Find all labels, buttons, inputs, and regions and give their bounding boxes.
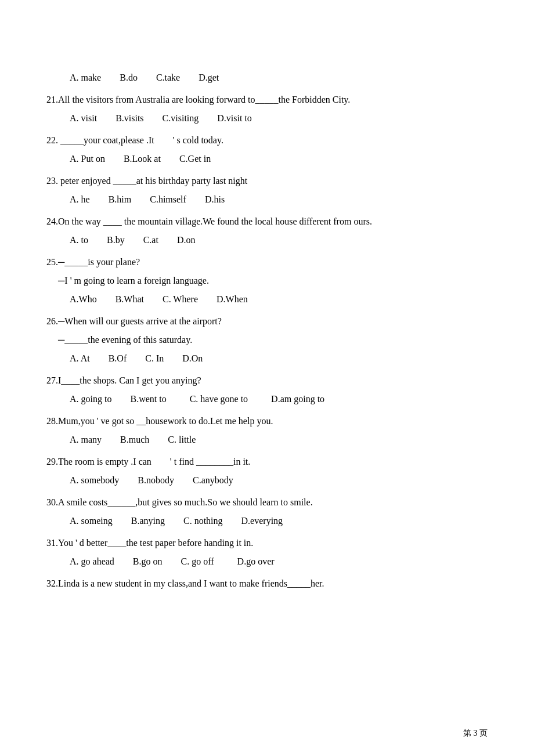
question-26: 26.─When will our guests arrive at the a… bbox=[46, 313, 488, 367]
q30-opt-c: C. nothing bbox=[183, 516, 223, 526]
question-30: 30.A smile costs______,but gives so much… bbox=[46, 494, 488, 529]
q21-options: A. visit B.visits C.visiting D.visit to bbox=[70, 110, 488, 126]
q31-opt-c: C. go off bbox=[181, 556, 214, 566]
q27-opt-a: A. going to bbox=[70, 394, 111, 404]
q24-options: A. to B.by C.at D.on bbox=[70, 232, 488, 248]
q25-opt-d: D.When bbox=[217, 294, 248, 304]
q22-opt-c: C.Get in bbox=[179, 154, 211, 164]
q30-opt-a: A. someing bbox=[70, 516, 113, 526]
q24-opt-a: A. to bbox=[70, 235, 88, 245]
question-25: 25.─_____is your plane? ─I ' m going to … bbox=[46, 254, 488, 308]
q31-opt-b: B.go on bbox=[133, 556, 163, 566]
q25-opt-c: C. Where bbox=[163, 294, 198, 304]
question-27: 27.I____the shops. Can I get you anying?… bbox=[46, 372, 488, 407]
q25-options: A.Who B.What C. Where D.When bbox=[70, 291, 488, 308]
q22-options: A. Put on B.Look at C.Get in bbox=[70, 151, 488, 167]
q25-continuation: ─I ' m going to learn a foreign language… bbox=[58, 273, 488, 289]
q26-opt-b: B.Of bbox=[109, 353, 127, 363]
intro-options-block: A. make B.do C.take D.get bbox=[46, 70, 488, 86]
question-21: 21.All the visitors from Australia are l… bbox=[46, 92, 488, 126]
q30-text: 30.A smile costs______,but gives so much… bbox=[46, 494, 488, 511]
q26-continuation: ─_____the evening of this saturday. bbox=[58, 332, 488, 348]
q29-opt-c: C.anybody bbox=[193, 475, 233, 485]
q29-opt-a: A. somebody bbox=[70, 475, 119, 485]
q28-opt-b: B.much bbox=[120, 435, 149, 444]
q24-text: 24.On the way ____ the mountain village.… bbox=[46, 214, 488, 230]
q23-opt-c: C.himself bbox=[150, 194, 186, 204]
q25-opt-a: A.Who bbox=[70, 294, 97, 304]
q31-options: A. go ahead B.go on C. go off D.go over bbox=[70, 554, 488, 570]
q23-opt-b: B.him bbox=[109, 194, 132, 204]
q21-opt-b: B.visits bbox=[116, 113, 143, 123]
question-22: 22. _____your coat,please .It ' s cold t… bbox=[46, 132, 488, 167]
q22-opt-b: B.Look at bbox=[124, 154, 161, 164]
q21-opt-a: A. visit bbox=[70, 113, 97, 123]
q21-opt-c: C.visiting bbox=[163, 113, 199, 123]
q30-opt-d: D.everying bbox=[241, 516, 283, 526]
q25-text: 25.─_____is your plane? bbox=[46, 254, 488, 270]
q31-text: 31.You ' d better____the test paper befo… bbox=[46, 535, 488, 551]
q30-options: A. someing B.anying C. nothing D.everyin… bbox=[70, 513, 488, 529]
q25-opt-b: B.What bbox=[116, 294, 144, 304]
q22-opt-a: A. Put on bbox=[70, 154, 105, 164]
question-28: 28.Mum,you ' ve got so __housework to do… bbox=[46, 413, 488, 448]
page-container: A. make B.do C.take D.get 21.All the vis… bbox=[0, 0, 534, 632]
q23-opt-d: D.his bbox=[205, 194, 225, 204]
q29-options: A. somebody B.nobody C.anybody bbox=[70, 472, 488, 489]
q24-opt-b: B.by bbox=[107, 235, 125, 245]
intro-opt-c: C.take bbox=[156, 73, 180, 82]
question-29: 29.The room is empty .I can ' t find ___… bbox=[46, 454, 488, 489]
q26-text: 26.─When will our guests arrive at the a… bbox=[46, 313, 488, 330]
q26-opt-d: D.On bbox=[182, 353, 203, 363]
q28-text: 28.Mum,you ' ve got so __housework to do… bbox=[46, 413, 488, 429]
q28-opt-a: A. many bbox=[70, 435, 102, 444]
q21-text: 21.All the visitors from Australia are l… bbox=[46, 92, 488, 108]
q26-options: A. At B.Of C. In D.On bbox=[70, 350, 488, 367]
intro-options-line: A. make B.do C.take D.get bbox=[70, 70, 488, 86]
q23-opt-a: A. he bbox=[70, 194, 90, 204]
q26-opt-c: C. In bbox=[145, 353, 164, 363]
q31-opt-d: D.go over bbox=[237, 556, 275, 566]
q27-options: A. going to B.went to C. have gone to D.… bbox=[70, 391, 488, 407]
intro-opt-b: B.do bbox=[120, 73, 138, 82]
q30-opt-b: B.anying bbox=[131, 516, 165, 526]
q29-opt-b: B.nobody bbox=[138, 475, 174, 485]
q32-text: 32.Linda is a new student in my class,an… bbox=[46, 576, 488, 592]
question-23: 23. peter enjoyed _____at his birthday p… bbox=[46, 173, 488, 208]
q23-text: 23. peter enjoyed _____at his birthday p… bbox=[46, 173, 488, 189]
question-32: 32.Linda is a new student in my class,an… bbox=[46, 576, 488, 592]
q27-opt-b: B.went to bbox=[130, 394, 166, 404]
intro-opt-d: D.get bbox=[199, 73, 219, 82]
question-31: 31.You ' d better____the test paper befo… bbox=[46, 535, 488, 570]
page-number: 第 3 页 bbox=[463, 729, 488, 737]
q27-opt-d: D.am going to bbox=[271, 394, 324, 404]
question-24: 24.On the way ____ the mountain village.… bbox=[46, 214, 488, 248]
q23-options: A. he B.him C.himself D.his bbox=[70, 191, 488, 208]
q22-text: 22. _____your coat,please .It ' s cold t… bbox=[46, 132, 488, 149]
q28-opt-c: C. little bbox=[168, 435, 196, 444]
q26-opt-a: A. At bbox=[70, 353, 90, 363]
page-footer: 第 3 页 bbox=[463, 728, 488, 739]
intro-opt-a: A. make bbox=[70, 73, 101, 82]
q27-text: 27.I____the shops. Can I get you anying? bbox=[46, 372, 488, 389]
q21-opt-d: D.visit to bbox=[217, 113, 252, 123]
q28-options: A. many B.much C. little bbox=[70, 432, 488, 448]
q24-opt-d: D.on bbox=[177, 235, 196, 245]
q27-opt-c: C. have gone to bbox=[190, 394, 248, 404]
q31-opt-a: A. go ahead bbox=[70, 556, 114, 566]
q29-text: 29.The room is empty .I can ' t find ___… bbox=[46, 454, 488, 470]
q24-opt-c: C.at bbox=[143, 235, 158, 245]
